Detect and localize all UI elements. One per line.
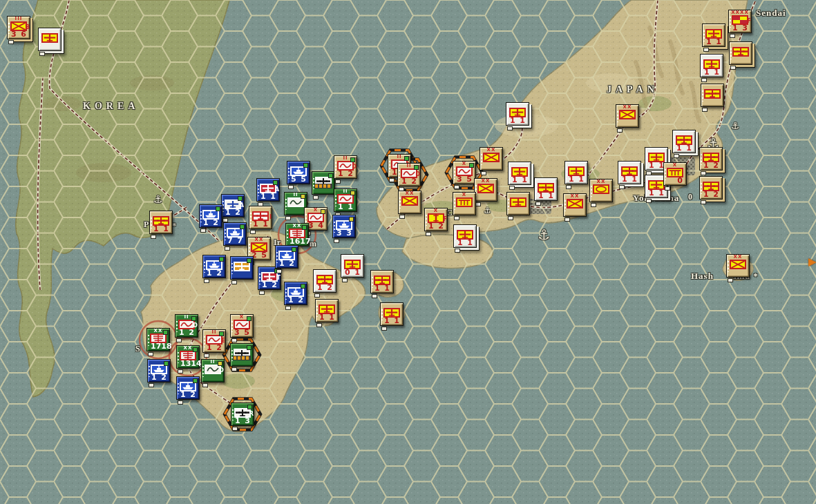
unit-counter[interactable]: XX1617 (285, 223, 309, 246)
unit-counter[interactable]: 12A (221, 194, 245, 217)
unit-counter[interactable]: 12 (699, 176, 723, 200)
strength-ticks (617, 111, 618, 122)
move-value: 3 (346, 229, 352, 237)
unit-counter[interactable]: X35 (453, 161, 476, 184)
unit-counter[interactable]: 55 (287, 161, 310, 184)
status-dot (193, 378, 198, 383)
strength-ticks (702, 90, 703, 101)
move-value: 2 (348, 170, 353, 177)
unit-counter[interactable]: XX (474, 178, 497, 202)
unit-counter[interactable]: II12D (397, 163, 421, 186)
port-anchor-icon: ⚓ (484, 206, 491, 215)
unit-counter[interactable]: III36B (7, 16, 30, 39)
unit-counter[interactable]: XX (616, 104, 639, 128)
attack-value: 1 (538, 192, 544, 200)
move-value: 18 (161, 342, 171, 350)
unit-counter[interactable]: 33 (332, 215, 356, 238)
move-value: 2 (298, 296, 303, 304)
unit-counter[interactable]: 11 (672, 130, 696, 153)
unit-counter[interactable]: 11 (506, 102, 529, 126)
unit-counter[interactable]: 11I (249, 206, 272, 229)
unit-counter[interactable]: II11 (334, 188, 357, 212)
move-value: 17 (300, 238, 310, 245)
unit-counter[interactable]: XX1314 (176, 345, 200, 369)
unit-counter[interactable]: 11 (370, 270, 394, 293)
unit-values: 12 (398, 177, 420, 185)
unit-counter[interactable]: 11 (149, 211, 173, 234)
unit-counter[interactable]: XX (480, 147, 503, 171)
unit-counter[interactable] (729, 41, 752, 65)
unit-counter[interactable]: 01 (341, 254, 364, 278)
unit-counter[interactable]: XX (398, 191, 421, 214)
infantry-x-icon (403, 197, 417, 205)
unit-counter[interactable]: 12 (699, 147, 723, 171)
strength-ticks (454, 199, 455, 210)
unit-counter[interactable]: X12F (424, 208, 448, 231)
unit-counter[interactable]: 12 (202, 255, 226, 278)
unit-counter[interactable] (230, 256, 254, 280)
map-label-korea: KOREA (83, 101, 139, 112)
status-dot (218, 361, 222, 366)
unit-counter[interactable]: 12 (284, 282, 307, 305)
unit-counter[interactable]: II12D (334, 155, 357, 179)
unit-counter[interactable]: 12 (275, 245, 298, 269)
unit-counter[interactable]: IID (201, 359, 225, 382)
attack-value: 1 (203, 219, 209, 226)
wargame-hex-map[interactable]: ▶ KOREAJAPANSendaiYokohamaHashima *IrmSa… (0, 0, 816, 504)
strength-ticks (202, 366, 204, 377)
unit-counter[interactable] (701, 84, 724, 107)
attack-value: 1 (262, 281, 267, 289)
unit-counter[interactable] (230, 343, 254, 367)
unit-counter[interactable]: 11 (315, 299, 339, 322)
unit-counter[interactable] (38, 28, 61, 51)
infantry-x-icon (568, 200, 582, 208)
attack-value: 1 (384, 317, 390, 324)
unit-symbol-box (477, 184, 494, 193)
unit-counter[interactable]: 11 (564, 161, 588, 184)
move-value: 1 (394, 317, 399, 324)
move-value: 1 (548, 192, 553, 200)
unit-counter[interactable]: 11 (453, 224, 477, 248)
unit-values: 77 (224, 237, 246, 244)
unit-counter[interactable]: X0 (663, 162, 687, 186)
unit-counter[interactable]: 11 (702, 23, 725, 47)
unit-values: 11 (334, 203, 357, 211)
unit-counter[interactable]: 11 (534, 177, 558, 201)
move-value: 1 (714, 68, 719, 76)
unit-counter[interactable]: 12 (313, 269, 336, 293)
bomber-icon (235, 262, 249, 271)
unit-counter[interactable]: 13R (231, 403, 254, 426)
unit-counter[interactable] (506, 192, 530, 215)
unit-counter[interactable]: 12 (147, 359, 171, 382)
unit-counter[interactable]: 77 (223, 222, 247, 246)
unit-counter[interactable]: XX (726, 254, 750, 278)
unit-counter[interactable]: XX1718 (146, 328, 170, 351)
echelon-label: III (8, 16, 30, 21)
scroll-right-arrow[interactable]: ▶ (808, 255, 816, 268)
status-dot (273, 180, 278, 185)
unit-counter[interactable]: II12D (175, 314, 198, 338)
infantry-x-icon (484, 153, 498, 162)
unit-counter[interactable]: 11A (256, 178, 280, 202)
unit-counter[interactable]: 12 (199, 204, 222, 228)
unit-counter[interactable]: XXXX13F (728, 10, 752, 33)
unit-counter[interactable]: 11 (700, 54, 723, 77)
unit-counter[interactable]: II12E (202, 329, 226, 353)
strength-ticks (231, 263, 233, 274)
unit-values: 12 (700, 191, 722, 198)
unit-counter[interactable]: 12 (176, 376, 200, 400)
status-dot (292, 247, 296, 252)
unit-counter[interactable]: 11 (380, 302, 404, 326)
unit-counter[interactable]: X35 (230, 314, 254, 338)
unit-values: 12 (222, 209, 244, 216)
unit-counter[interactable]: 11 (508, 162, 531, 185)
unit-counter[interactable]: XX (563, 193, 587, 217)
unit-letter: E (222, 338, 225, 344)
unit-counter[interactable]: 11 (618, 161, 641, 184)
unit-counter[interactable]: X (453, 192, 476, 215)
unit-counter[interactable] (312, 171, 335, 195)
unit-counter[interactable]: XX (589, 179, 613, 202)
move-value: 1 (522, 176, 527, 184)
unit-values: 11 (381, 317, 403, 324)
move-value: 1 (686, 144, 692, 152)
